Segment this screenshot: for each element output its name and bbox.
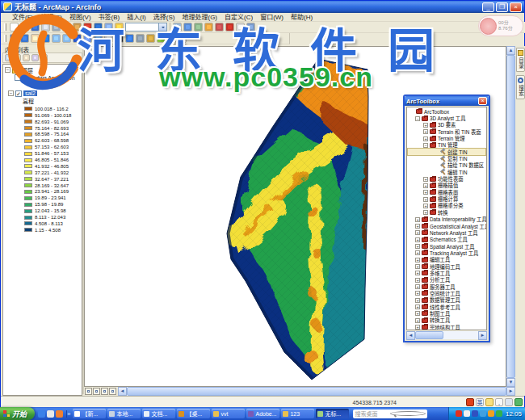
- legend-entry[interactable]: 37.221 - 41.932: [24, 170, 82, 176]
- annotation-visibility-checkbox[interactable]: [15, 74, 21, 81]
- expander-icon[interactable]: [415, 224, 420, 229]
- menu-item[interactable]: 地理处理(G): [178, 13, 220, 21]
- expander-icon[interactable]: [415, 264, 420, 269]
- undo-icon[interactable]: [94, 23, 103, 32]
- expander-icon[interactable]: [415, 244, 420, 249]
- refresh-view-button[interactable]: [101, 388, 108, 395]
- expander-icon[interactable]: [415, 237, 420, 242]
- save-icon[interactable]: [31, 23, 40, 32]
- menu-item[interactable]: 帮助(H): [288, 13, 316, 21]
- toolbar-grip[interactable]: [4, 23, 6, 31]
- scroll-thumb[interactable]: [127, 387, 506, 396]
- menu-item[interactable]: 编辑(E): [37, 13, 65, 21]
- scroll-up-icon[interactable]: ▲: [506, 46, 515, 55]
- legend-entry[interactable]: 91.069 - 100.018: [24, 112, 82, 119]
- menu-item[interactable]: 选择(S): [150, 13, 178, 21]
- measure-icon[interactable]: [157, 34, 166, 43]
- collapse-icon[interactable]: [5, 67, 10, 73]
- map-canvas[interactable]: ArcToolbox × ArcToolbox 3D Analyst 工具: [84, 46, 506, 387]
- zoom-in-icon[interactable]: [10, 34, 19, 43]
- start-button[interactable]: 开始: [0, 407, 35, 420]
- legend-entry[interactable]: 28.169 - 32.647: [24, 183, 82, 189]
- taskbar-clock[interactable]: 12:05: [504, 410, 522, 418]
- toolbox-item[interactable]: 描绘 TIN 数据区: [408, 162, 485, 169]
- expander-icon[interactable]: [415, 271, 420, 275]
- taskbar-button[interactable]: 文档...: [142, 409, 175, 418]
- python-window-icon[interactable]: [236, 23, 245, 32]
- list-by-drawing-order-icon[interactable]: [5, 54, 12, 61]
- expander-icon[interactable]: [415, 278, 420, 283]
- clear-selection-icon[interactable]: [104, 34, 113, 43]
- scroll-left-icon[interactable]: ◄: [118, 387, 127, 396]
- menu-item[interactable]: 视图(V): [66, 13, 94, 21]
- table-icon[interactable]: [194, 23, 203, 32]
- full-extent-icon[interactable]: [41, 34, 50, 43]
- toolbar-grip[interactable]: [4, 35, 6, 42]
- measure-scale-icon[interactable]: [173, 23, 182, 32]
- scroll-track[interactable]: [127, 387, 506, 396]
- back-extent-icon[interactable]: [73, 34, 82, 43]
- dock-tab[interactable]: 目录: [516, 48, 525, 72]
- legend-entry[interactable]: 32.647 - 37.221: [24, 176, 82, 183]
- expander-icon[interactable]: [423, 183, 428, 188]
- menu-item[interactable]: 窗口(W): [257, 13, 287, 21]
- fixed-zoom-in-icon[interactable]: [52, 34, 61, 43]
- quick-launch-app-icon[interactable]: [56, 410, 63, 418]
- new-document-icon[interactable]: [10, 23, 19, 32]
- legend-entry[interactable]: 62.603 - 68.598: [24, 137, 82, 144]
- legend-entry[interactable]: 41.932 - 46.805: [24, 163, 82, 170]
- legend-entry[interactable]: 46.805 - 51.846: [24, 157, 82, 163]
- expander-icon[interactable]: [415, 325, 420, 330]
- arctoolbox-hscrollbar[interactable]: ◄ ►: [406, 331, 487, 339]
- expander-icon[interactable]: [423, 210, 428, 215]
- menu-item[interactable]: 文件(F): [9, 13, 36, 21]
- toolbox-item[interactable]: TIN 管理: [408, 142, 485, 149]
- ime-softkeyboard-icon[interactable]: [505, 398, 513, 406]
- ime-settings-icon[interactable]: [514, 398, 523, 406]
- toolbox-item[interactable]: 创建 TIN: [408, 149, 485, 155]
- fixed-zoom-out-icon[interactable]: [62, 34, 71, 43]
- expander-icon[interactable]: [415, 318, 420, 323]
- layout-view-button[interactable]: [93, 388, 100, 395]
- legend-entry[interactable]: 100.018 - 116.2: [24, 106, 82, 112]
- menu-item[interactable]: 插入(I): [124, 13, 149, 21]
- expander-icon[interactable]: [415, 304, 420, 309]
- html-popup-icon[interactable]: [178, 34, 187, 43]
- scroll-down-icon[interactable]: ▼: [506, 378, 515, 387]
- open-icon[interactable]: [20, 23, 29, 32]
- minimize-button[interactable]: _: [482, 2, 494, 12]
- scroll-track[interactable]: [415, 331, 478, 339]
- pan-icon[interactable]: [31, 34, 40, 43]
- scroll-thumb[interactable]: [506, 55, 515, 378]
- tray-im-icon[interactable]: [464, 410, 470, 417]
- expander-icon[interactable]: [415, 250, 420, 255]
- taskbar-button[interactable]: vvt: [212, 409, 245, 418]
- toc-layers-root[interactable]: 图层: [5, 66, 82, 74]
- add-data-icon[interactable]: [115, 23, 124, 32]
- expander-icon[interactable]: [423, 197, 428, 202]
- arctoolbox-close-icon[interactable]: ×: [478, 97, 487, 105]
- close-button[interactable]: ×: [510, 2, 522, 12]
- identify-icon[interactable]: [125, 34, 134, 43]
- expander-icon[interactable]: [415, 230, 420, 235]
- toc-options-icon[interactable]: [40, 54, 48, 61]
- legend-entry[interactable]: 4.508 - 8.113: [24, 220, 82, 227]
- expander-icon[interactable]: [423, 129, 428, 134]
- find-icon[interactable]: [136, 34, 145, 43]
- help-icon[interactable]: ?: [257, 23, 266, 31]
- scroll-thumb[interactable]: [415, 331, 443, 339]
- data-view-button[interactable]: [85, 388, 92, 395]
- tray-hide-icon[interactable]: [496, 410, 502, 417]
- search-icon[interactable]: [390, 411, 426, 416]
- list-by-source-icon[interactable]: [14, 54, 21, 61]
- catalog-window-icon[interactable]: [204, 23, 213, 32]
- arctoolbox-title-bar[interactable]: ArcToolbox ×: [405, 96, 489, 106]
- combo-dropdown-icon[interactable]: [158, 23, 166, 31]
- pause-drawing-button[interactable]: [109, 388, 116, 395]
- dock-tab[interactable]: 搜索: [516, 75, 525, 99]
- menu-item[interactable]: 书签(B): [95, 13, 124, 21]
- expander-icon[interactable]: [423, 143, 428, 148]
- tin-visibility-checkbox[interactable]: [15, 90, 22, 97]
- collapse-icon[interactable]: [8, 90, 14, 96]
- editor-toolbar-icon[interactable]: [183, 23, 192, 32]
